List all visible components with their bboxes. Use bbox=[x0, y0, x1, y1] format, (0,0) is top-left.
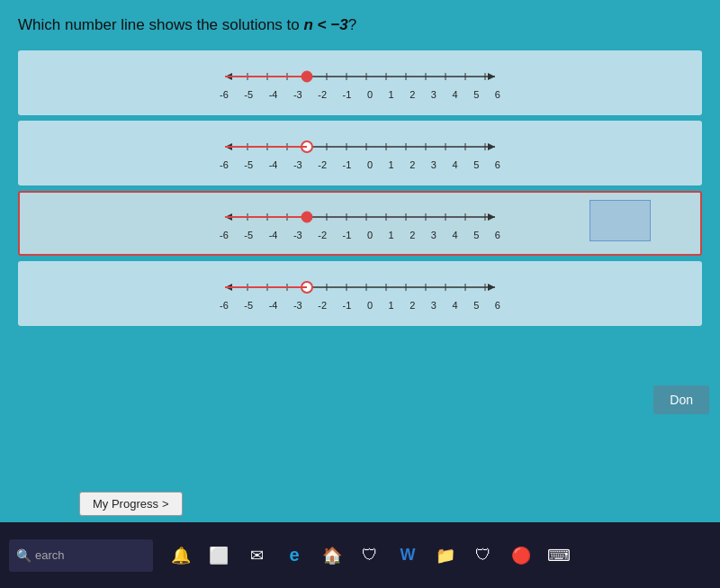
done-button[interactable]: Don bbox=[653, 385, 709, 414]
taskbar-notification-icon[interactable]: 🔔 bbox=[166, 541, 195, 570]
taskbar-folder-icon[interactable]: 📁 bbox=[431, 541, 460, 570]
number-labels-3: -6-5-4-3-2-10123456 bbox=[216, 230, 504, 240]
number-labels-4: -6-5-4-3-2-10123456 bbox=[216, 300, 504, 311]
number-line-2 bbox=[216, 136, 504, 158]
taskbar-home-icon[interactable]: 🏠 bbox=[318, 541, 346, 570]
option-1[interactable]: -6-5-4-3-2-10123456 bbox=[18, 50, 702, 115]
options-container: -6-5-4-3-2-10123456 bbox=[18, 50, 702, 326]
taskbar-word-icon[interactable]: W bbox=[393, 541, 422, 570]
option-4[interactable]: -6-5-4-3-2-10123456 bbox=[18, 261, 702, 326]
number-line-4 bbox=[216, 276, 504, 298]
number-line-1-svg bbox=[216, 66, 504, 87]
search-bar[interactable]: 🔍 earch bbox=[9, 539, 153, 572]
main-content: Which number line shows the solutions to… bbox=[0, 0, 720, 522]
taskbar-desktop-icon[interactable]: ⬜ bbox=[204, 541, 233, 570]
number-line-2-wrapper: -6-5-4-3-2-10123456 bbox=[36, 136, 684, 170]
option-2[interactable]: -6-5-4-3-2-10123456 bbox=[18, 121, 702, 185]
taskbar-shield2-icon[interactable]: 🛡 bbox=[469, 541, 498, 570]
number-line-1-wrapper: -6-5-4-3-2-10123456 bbox=[36, 66, 684, 100]
taskbar-mail-icon[interactable]: ✉ bbox=[242, 541, 271, 570]
taskbar-shield-icon[interactable]: 🛡 bbox=[356, 541, 384, 570]
question-inequality: n < −3 bbox=[304, 16, 348, 33]
taskbar-firefox-icon[interactable]: 🔴 bbox=[507, 541, 536, 570]
my-progress-label: My Progress bbox=[93, 497, 158, 511]
question-prefix: Which number line shows the solutions to bbox=[18, 16, 304, 33]
question-text: Which number line shows the solutions to… bbox=[18, 16, 702, 34]
search-icon: 🔍 bbox=[16, 548, 32, 563]
svg-marker-2 bbox=[488, 73, 495, 80]
number-line-3-svg bbox=[216, 206, 504, 228]
number-line-3 bbox=[216, 206, 504, 228]
number-line-2-svg bbox=[216, 136, 504, 158]
taskbar-edge-icon[interactable]: e bbox=[280, 541, 309, 570]
number-line-3-wrapper: -6-5-4-3-2-10123456 bbox=[38, 206, 682, 240]
my-progress-button[interactable]: My Progress > bbox=[79, 492, 183, 516]
number-labels-1: -6-5-4-3-2-10123456 bbox=[216, 89, 504, 100]
option-3[interactable]: -6-5-4-3-2-10123456 bbox=[18, 191, 702, 256]
svg-marker-20 bbox=[488, 143, 495, 150]
taskbar: 🔍 earch 🔔 ⬜ ✉ e 🏠 🛡 W 📁 🛡 🔴 ⌨ bbox=[0, 522, 720, 588]
number-line-4-svg bbox=[216, 276, 504, 298]
my-progress-arrow: > bbox=[162, 497, 169, 511]
number-line-4-wrapper: -6-5-4-3-2-10123456 bbox=[36, 276, 684, 311]
number-labels-2: -6-5-4-3-2-10123456 bbox=[216, 159, 504, 170]
number-line-1 bbox=[216, 66, 504, 87]
svg-marker-38 bbox=[488, 213, 495, 221]
search-placeholder: earch bbox=[35, 548, 65, 562]
question-suffix: ? bbox=[348, 16, 356, 33]
taskbar-keyboard-icon[interactable]: ⌨ bbox=[544, 541, 573, 570]
svg-marker-56 bbox=[488, 284, 495, 291]
